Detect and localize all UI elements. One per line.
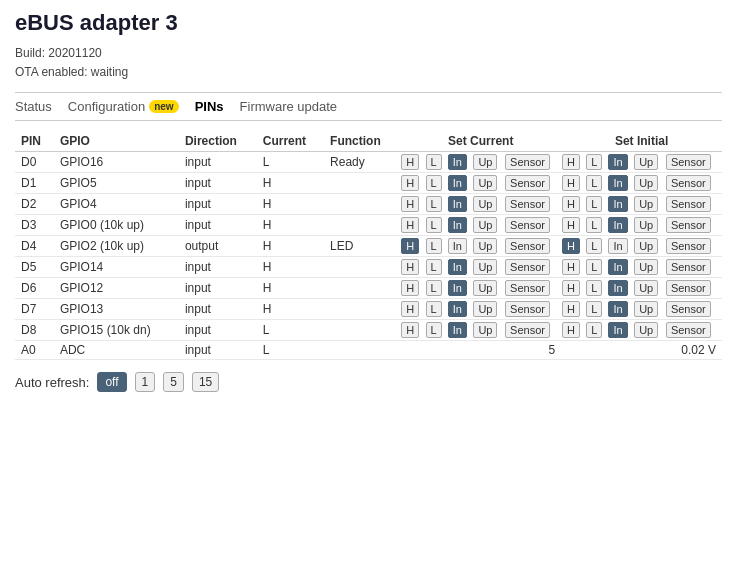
set-current-sensor-btn[interactable]: Sensor — [505, 322, 550, 338]
cell-btn-l[interactable]: L — [425, 173, 447, 194]
set-initial-sensor-btn[interactable]: Sensor — [666, 259, 711, 275]
cell-btn-sensor[interactable]: Sensor — [504, 152, 561, 173]
cell-btn-l[interactable]: L — [425, 257, 447, 278]
cell-btn-sensor[interactable]: Sensor — [504, 236, 561, 257]
cell-init-btn-sensor[interactable]: Sensor — [665, 257, 722, 278]
set-current-sensor-btn[interactable]: Sensor — [505, 175, 550, 191]
set-current-sensor-btn[interactable]: Sensor — [505, 259, 550, 275]
set-initial-sensor-btn[interactable]: Sensor — [666, 301, 711, 317]
set-current-in-btn[interactable]: In — [448, 217, 467, 233]
set-initial-sensor-btn[interactable]: Sensor — [666, 322, 711, 338]
cell-init-btn-sensor[interactable]: Sensor — [665, 278, 722, 299]
cell-btn-in[interactable]: In — [447, 278, 473, 299]
cell-btn-l[interactable]: L — [425, 320, 447, 341]
set-current-sensor-btn[interactable]: Sensor — [505, 154, 550, 170]
cell-init-btn-h[interactable]: H — [561, 152, 585, 173]
cell-init-btn-sensor[interactable]: Sensor — [665, 320, 722, 341]
tab-firmware[interactable]: Firmware update — [240, 99, 338, 114]
set-current-in-btn[interactable]: In — [448, 259, 467, 275]
set-initial-sensor-btn[interactable]: Sensor — [666, 280, 711, 296]
cell-btn-up[interactable]: Up — [472, 152, 504, 173]
set-initial-up-btn[interactable]: Up — [634, 154, 658, 170]
set-initial-in-btn[interactable]: In — [608, 238, 627, 254]
set-current-up-btn[interactable]: Up — [473, 280, 497, 296]
set-initial-sensor-btn[interactable]: Sensor — [666, 196, 711, 212]
set-current-h-btn[interactable]: H — [401, 301, 419, 317]
cell-init-btn-up[interactable]: Up — [633, 215, 665, 236]
set-current-in-btn[interactable]: In — [448, 238, 467, 254]
set-current-sensor-btn[interactable]: Sensor — [505, 238, 550, 254]
cell-btn-h[interactable]: H — [400, 299, 424, 320]
set-initial-l-btn[interactable]: L — [586, 322, 602, 338]
cell-btn-in[interactable]: In — [447, 194, 473, 215]
set-initial-sensor-btn[interactable]: Sensor — [666, 217, 711, 233]
cell-init-btn-h[interactable]: H — [561, 320, 585, 341]
set-initial-in-btn[interactable]: In — [608, 322, 627, 338]
cell-init-btn-up[interactable]: Up — [633, 173, 665, 194]
set-initial-sensor-btn[interactable]: Sensor — [666, 154, 711, 170]
set-initial-l-btn[interactable]: L — [586, 217, 602, 233]
cell-init-btn-sensor[interactable]: Sensor — [665, 152, 722, 173]
set-current-h-btn[interactable]: H — [401, 175, 419, 191]
set-initial-up-btn[interactable]: Up — [634, 217, 658, 233]
set-initial-up-btn[interactable]: Up — [634, 301, 658, 317]
set-current-sensor-btn[interactable]: Sensor — [505, 301, 550, 317]
set-current-in-btn[interactable]: In — [448, 196, 467, 212]
set-current-h-btn[interactable]: H — [401, 154, 419, 170]
set-initial-sensor-btn[interactable]: Sensor — [666, 175, 711, 191]
tab-status[interactable]: Status — [15, 99, 52, 114]
cell-btn-up[interactable]: Up — [472, 320, 504, 341]
cell-init-btn-up[interactable]: Up — [633, 320, 665, 341]
cell-btn-sensor[interactable]: Sensor — [504, 320, 561, 341]
cell-init-btn-h[interactable]: H — [561, 173, 585, 194]
set-current-up-btn[interactable]: Up — [473, 154, 497, 170]
set-current-up-btn[interactable]: Up — [473, 175, 497, 191]
set-current-up-btn[interactable]: Up — [473, 238, 497, 254]
cell-init-btn-up[interactable]: Up — [633, 257, 665, 278]
cell-btn-l[interactable]: L — [425, 194, 447, 215]
cell-btn-up[interactable]: Up — [472, 299, 504, 320]
cell-btn-up[interactable]: Up — [472, 257, 504, 278]
set-initial-up-btn[interactable]: Up — [634, 280, 658, 296]
cell-init-btn-l[interactable]: L — [585, 257, 607, 278]
cell-init-btn-h[interactable]: H — [561, 194, 585, 215]
cell-btn-h[interactable]: H — [400, 320, 424, 341]
cell-init-btn-in[interactable]: In — [607, 299, 633, 320]
cell-btn-in[interactable]: In — [447, 299, 473, 320]
cell-init-btn-up[interactable]: Up — [633, 194, 665, 215]
cell-btn-l[interactable]: L — [425, 299, 447, 320]
set-current-h-btn[interactable]: H — [401, 280, 419, 296]
cell-btn-up[interactable]: Up — [472, 194, 504, 215]
set-current-l-btn[interactable]: L — [426, 280, 442, 296]
cell-init-btn-in[interactable]: In — [607, 257, 633, 278]
cell-btn-in[interactable]: In — [447, 236, 473, 257]
set-current-up-btn[interactable]: Up — [473, 217, 497, 233]
cell-init-btn-in[interactable]: In — [607, 173, 633, 194]
cell-init-btn-up[interactable]: Up — [633, 299, 665, 320]
cell-btn-l[interactable]: L — [425, 215, 447, 236]
tab-pins[interactable]: PINs — [195, 99, 224, 114]
autorefresh-15-button[interactable]: 15 — [192, 372, 219, 392]
cell-init-btn-l[interactable]: L — [585, 215, 607, 236]
cell-btn-l[interactable]: L — [425, 278, 447, 299]
cell-btn-in[interactable]: In — [447, 173, 473, 194]
set-initial-sensor-btn[interactable]: Sensor — [666, 238, 711, 254]
cell-init-btn-in[interactable]: In — [607, 194, 633, 215]
cell-init-btn-h[interactable]: H — [561, 215, 585, 236]
set-current-in-btn[interactable]: In — [448, 301, 467, 317]
set-initial-up-btn[interactable]: Up — [634, 196, 658, 212]
cell-btn-sensor[interactable]: Sensor — [504, 173, 561, 194]
set-current-in-btn[interactable]: In — [448, 280, 467, 296]
set-current-sensor-btn[interactable]: Sensor — [505, 217, 550, 233]
cell-btn-in[interactable]: In — [447, 320, 473, 341]
set-initial-in-btn[interactable]: In — [608, 280, 627, 296]
cell-init-btn-up[interactable]: Up — [633, 236, 665, 257]
set-current-l-btn[interactable]: L — [426, 301, 442, 317]
set-current-in-btn[interactable]: In — [448, 175, 467, 191]
cell-btn-h[interactable]: H — [400, 278, 424, 299]
cell-init-btn-in[interactable]: In — [607, 215, 633, 236]
set-initial-l-btn[interactable]: L — [586, 154, 602, 170]
cell-init-btn-l[interactable]: L — [585, 152, 607, 173]
set-initial-in-btn[interactable]: In — [608, 217, 627, 233]
cell-init-btn-l[interactable]: L — [585, 320, 607, 341]
